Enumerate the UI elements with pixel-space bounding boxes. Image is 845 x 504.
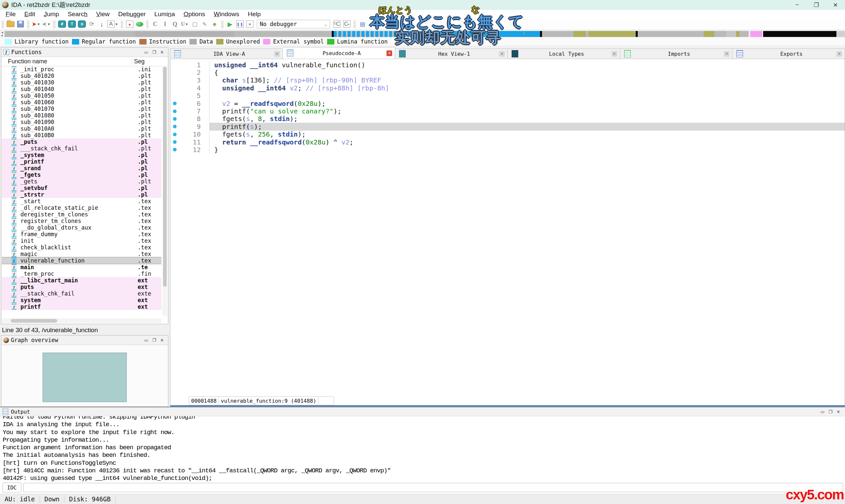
function-row[interactable]: f__do_global_dtors_aux.tex xyxy=(2,224,161,231)
breakpoint-cell[interactable] xyxy=(170,125,179,128)
tab-hex-view-1[interactable]: Hex View-1✕ xyxy=(395,49,508,59)
navband-scroll-arrows[interactable]: ◂▸ xyxy=(0,31,5,37)
function-row[interactable]: f_term_proc.fin xyxy=(2,270,161,277)
breakpoint-icon[interactable] xyxy=(173,140,177,144)
stop-process-button[interactable]: ■ xyxy=(246,20,254,29)
function-row[interactable]: f_system.pl xyxy=(2,152,161,158)
breakpoint-icon[interactable] xyxy=(173,102,177,105)
function-row[interactable]: finit.tex xyxy=(2,237,161,244)
idc-button[interactable]: IDC xyxy=(2,483,21,492)
function-row[interactable]: fsub_401080.plt xyxy=(2,112,161,119)
code-line[interactable]: 8 fgets(s, 8, stdin); xyxy=(170,115,845,123)
menu-item-lumina[interactable]: Lumina xyxy=(150,11,179,18)
function-row[interactable]: f_fgets.pl xyxy=(2,172,161,178)
navband-segment[interactable] xyxy=(573,31,586,37)
diamond-button[interactable]: ◆ xyxy=(210,20,219,29)
code-line[interactable]: 2{ xyxy=(170,69,845,76)
remove-bullet-list-button[interactable]: •≡ xyxy=(378,20,387,29)
breakpoint-cell[interactable] xyxy=(170,132,179,136)
navband-segment[interactable] xyxy=(586,31,588,37)
add-type-button[interactable]: U▼ xyxy=(180,20,189,29)
toolbar-handle[interactable] xyxy=(221,20,224,28)
function-row[interactable]: f_start.tex xyxy=(2,198,161,204)
breakpoint-icon[interactable] xyxy=(173,125,177,128)
breakpoint-cell[interactable] xyxy=(170,140,179,144)
menu-item-search[interactable]: Search xyxy=(64,11,92,18)
function-row[interactable]: f_init_proc.ini xyxy=(2,66,161,73)
frame-button[interactable]: ▢ xyxy=(191,20,199,29)
open-file-button[interactable] xyxy=(6,20,15,29)
tab-close-icon[interactable]: ✕ xyxy=(499,51,505,57)
add-bullet-list-button[interactable]: •≡ xyxy=(368,20,376,29)
attach-c-button[interactable]: ᶜC xyxy=(333,20,341,29)
function-row[interactable]: f__libc_start_mainext xyxy=(2,277,161,284)
code-line[interactable]: 11 return __readfsqword(0x28u) ^ v2; xyxy=(170,138,845,146)
function-row[interactable]: fsub_401060.plt xyxy=(2,99,161,106)
jump-address-button[interactable]: ⟳ xyxy=(87,20,96,29)
toolbar-handle[interactable] xyxy=(353,20,356,28)
open-text-window-button[interactable]: T xyxy=(68,20,76,29)
function-row[interactable]: fframe_dummy.tex xyxy=(2,231,161,237)
maximize-panel-icon[interactable]: ▭ xyxy=(142,338,150,343)
graph-overview-titlebar[interactable]: Graph overview ▭ ❐ ✕ xyxy=(1,336,168,345)
menu-item-debugger[interactable]: Debugger xyxy=(114,11,150,18)
close-panel-icon[interactable]: ✕ xyxy=(158,50,166,55)
tab-imports[interactable]: Imports✕ xyxy=(620,49,733,59)
navband-segment[interactable] xyxy=(714,31,726,37)
menu-item-edit[interactable]: Edit xyxy=(20,11,40,18)
function-row[interactable]: fsub_4010A0.plt xyxy=(2,125,161,132)
menu-item-jump[interactable]: Jump xyxy=(39,11,63,18)
code-line[interactable]: 10 fgets(s, 256, stdin); xyxy=(170,131,845,138)
float-panel-icon[interactable]: ❐ xyxy=(150,50,158,55)
tab-close-icon[interactable]: ✕ xyxy=(724,51,729,57)
open-hex-window-button[interactable]: ≡ xyxy=(77,20,86,29)
maximize-panel-icon[interactable]: ▭ xyxy=(142,50,150,55)
code-line[interactable]: 3 char s[136]; // [rsp+0h] [rbp-90h] BYR… xyxy=(170,76,845,84)
breakpoint-list-button[interactable]: ▲ xyxy=(125,20,134,29)
function-row[interactable]: f_gets.plt xyxy=(2,178,161,185)
minimize-button[interactable]: − xyxy=(788,0,807,10)
function-row[interactable]: fregister_tm_clones.tex xyxy=(2,218,161,224)
column-segment[interactable]: Seg xyxy=(132,58,145,65)
function-row[interactable]: fmagic.tex xyxy=(2,251,161,257)
toolbar-handle[interactable] xyxy=(2,20,4,28)
function-row[interactable]: fprintfext xyxy=(2,304,161,310)
function-row[interactable]: f_dl_relocate_static_pie.tex xyxy=(2,204,161,211)
function-row[interactable]: fsub_401070.plt xyxy=(2,106,161,112)
tab-close-icon[interactable]: ✕ xyxy=(837,51,842,57)
navigator-band[interactable]: ◂▸ ↓ xyxy=(0,30,845,38)
function-row[interactable]: fsub_401020.plt xyxy=(2,73,161,79)
navband-segment[interactable] xyxy=(837,31,845,37)
function-row[interactable]: f_srand.pl xyxy=(2,165,161,172)
functions-horizontal-scrollbar[interactable] xyxy=(2,318,161,323)
tab-local-types[interactable]: Local Types✕ xyxy=(508,49,620,59)
run-analysis-button[interactable] xyxy=(135,20,144,29)
navband-segment[interactable] xyxy=(704,31,714,37)
text-search-button[interactable]: A▼ xyxy=(107,20,119,29)
breakpoint-icon[interactable] xyxy=(173,109,177,113)
create-enum-button[interactable]: Q xyxy=(171,20,179,29)
navband-segment[interactable] xyxy=(588,31,636,37)
navband-segment[interactable] xyxy=(542,31,573,37)
float-panel-icon[interactable]: ❐ xyxy=(150,338,158,343)
functions-vertical-scrollbar[interactable] xyxy=(162,66,168,316)
navband-segment[interactable] xyxy=(763,31,837,37)
toolbar-handle[interactable] xyxy=(27,20,29,28)
navigate-back-button[interactable]: ➤▼ xyxy=(32,20,40,29)
function-row[interactable]: fsub_401030.plt xyxy=(2,79,161,86)
column-function-name[interactable]: Function name xyxy=(1,58,132,65)
tab-exports[interactable]: Exports✕ xyxy=(733,49,845,59)
create-struct-button[interactable]: C xyxy=(151,20,159,29)
maximize-panel-icon[interactable]: ▭ xyxy=(818,409,827,414)
function-row[interactable]: f_setvbuf.pl xyxy=(2,185,161,191)
function-row[interactable]: f_printf.pl xyxy=(2,158,161,165)
navband-segment[interactable] xyxy=(750,31,762,37)
code-line[interactable]: 12} xyxy=(170,146,845,154)
breakpoint-icon[interactable] xyxy=(173,132,177,136)
code-line[interactable]: 6 v2 = __readfsqword(0x28u); xyxy=(170,100,845,107)
close-button[interactable]: ✕ xyxy=(826,0,845,10)
restore-button[interactable]: ❐ xyxy=(807,0,826,10)
functions-panel-titlebar[interactable]: f Functions ▭ ❐ ✕ xyxy=(1,48,168,57)
navband-segment[interactable] xyxy=(726,31,736,37)
navband-segment[interactable] xyxy=(638,31,704,37)
